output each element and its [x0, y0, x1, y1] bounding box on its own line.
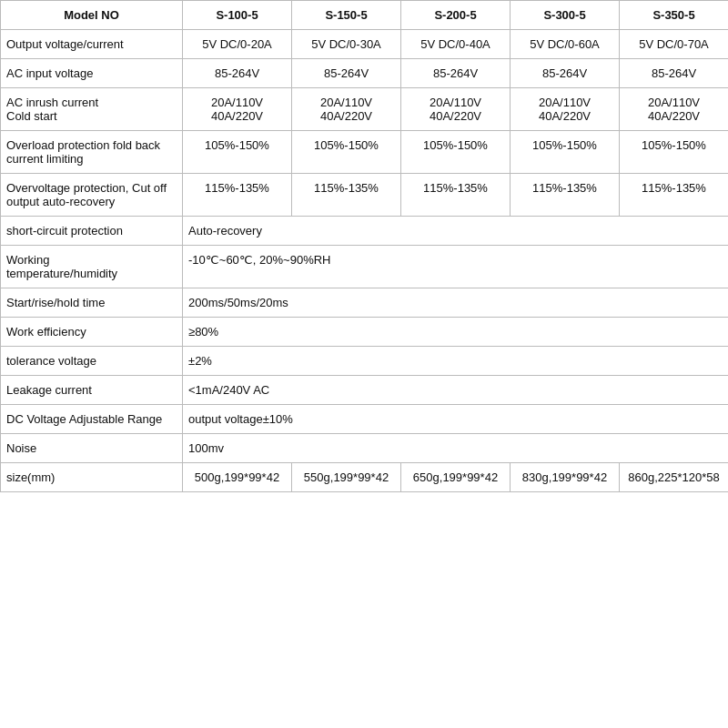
row-cell: 20A/110V 40A/220V: [401, 88, 511, 131]
col-header-s150: S-150-5: [292, 1, 401, 30]
row-label: Leakage current: [1, 376, 183, 405]
row-label: Working temperature/humidity: [1, 246, 183, 288]
row-cell: 105%-150%: [292, 131, 401, 174]
col-header-s350: S-350-5: [620, 1, 729, 30]
row-cell: 85-264V: [183, 59, 292, 88]
row-cell: 115%-135%: [620, 174, 729, 217]
row-label: AC input voltage: [1, 59, 183, 88]
row-cell: 5V DC/0-40A: [401, 30, 511, 59]
row-label: tolerance voltage: [1, 347, 183, 376]
spec-table: Model NO S-100-5 S-150-5 S-200-5 S-300-5…: [0, 0, 728, 492]
row-cell: 115%-135%: [292, 174, 401, 217]
table-row: Overload protection fold back current li…: [1, 131, 729, 174]
row-span-value: ±2%: [183, 347, 729, 376]
row-label: AC inrush current Cold start: [1, 88, 183, 131]
table-row: DC Voltage Adjustable Rangeoutput voltag…: [1, 405, 729, 434]
row-cell: 550g,199*99*42: [292, 463, 401, 492]
row-cell: 20A/110V 40A/220V: [183, 88, 292, 131]
col-header-s100: S-100-5: [183, 1, 292, 30]
row-cell: 20A/110V 40A/220V: [292, 88, 401, 131]
row-cell: 830g,199*99*42: [511, 463, 620, 492]
row-span-value: ≥80%: [183, 318, 729, 347]
table-row: Work efficiency≥80%: [1, 318, 729, 347]
table-row: Leakage current<1mA/240V AC: [1, 376, 729, 405]
row-cell: 85-264V: [292, 59, 401, 88]
row-span-value: output voltage±10%: [183, 405, 729, 434]
row-label: short-circuit protection: [1, 217, 183, 246]
table-row: Output voltage/current5V DC/0-20A5V DC/0…: [1, 30, 729, 59]
col-header-s300: S-300-5: [511, 1, 620, 30]
row-cell: 115%-135%: [511, 174, 620, 217]
row-span-value: <1mA/240V AC: [183, 376, 729, 405]
row-label: DC Voltage Adjustable Range: [1, 405, 183, 434]
row-cell: 105%-150%: [183, 131, 292, 174]
row-cell: 5V DC/0-60A: [511, 30, 620, 59]
row-span-value: 100mv: [183, 434, 729, 463]
table-row: AC inrush current Cold start20A/110V 40A…: [1, 88, 729, 131]
row-cell: 5V DC/0-30A: [292, 30, 401, 59]
row-cell: 105%-150%: [620, 131, 729, 174]
row-cell: 105%-150%: [511, 131, 620, 174]
header-row: Model NO S-100-5 S-150-5 S-200-5 S-300-5…: [1, 1, 729, 30]
table-row: size(mm)500g,199*99*42550g,199*99*42650g…: [1, 463, 729, 492]
row-cell: 115%-135%: [183, 174, 292, 217]
row-cell: 20A/110V 40A/220V: [620, 88, 729, 131]
table-row: Noise100mv: [1, 434, 729, 463]
row-span-value: -10℃~60℃, 20%~90%RH: [183, 246, 729, 288]
table-row: Start/rise/hold time200ms/50ms/20ms: [1, 288, 729, 318]
row-cell: 85-264V: [401, 59, 511, 88]
row-cell: 5V DC/0-20A: [183, 30, 292, 59]
row-cell: 500g,199*99*42: [183, 463, 292, 492]
row-span-value: 200ms/50ms/20ms: [183, 288, 729, 318]
table-row: Overvoltage protection, Cut off output a…: [1, 174, 729, 217]
row-span-value: Auto-recovery: [183, 217, 729, 246]
table-row: tolerance voltage±2%: [1, 347, 729, 376]
row-label: Output voltage/current: [1, 30, 183, 59]
row-cell: 860g,225*120*58: [620, 463, 729, 492]
row-cell: 105%-150%: [401, 131, 511, 174]
row-label: Overvoltage protection, Cut off output a…: [1, 174, 183, 217]
table-row: AC input voltage85-264V85-264V85-264V85-…: [1, 59, 729, 88]
row-cell: 85-264V: [620, 59, 729, 88]
row-label: Noise: [1, 434, 183, 463]
table-row: short-circuit protectionAuto-recovery: [1, 217, 729, 246]
row-label: Overload protection fold back current li…: [1, 131, 183, 174]
col-header-label: Model NO: [1, 1, 183, 30]
row-cell: 650g,199*99*42: [401, 463, 511, 492]
row-label: Start/rise/hold time: [1, 288, 183, 318]
col-header-s200: S-200-5: [401, 1, 511, 30]
row-label: size(mm): [1, 463, 183, 492]
row-cell: 115%-135%: [401, 174, 511, 217]
row-cell: 20A/110V 40A/220V: [511, 88, 620, 131]
row-cell: 5V DC/0-70A: [620, 30, 729, 59]
table-row: Working temperature/humidity-10℃~60℃, 20…: [1, 246, 729, 288]
row-cell: 85-264V: [511, 59, 620, 88]
row-label: Work efficiency: [1, 318, 183, 347]
